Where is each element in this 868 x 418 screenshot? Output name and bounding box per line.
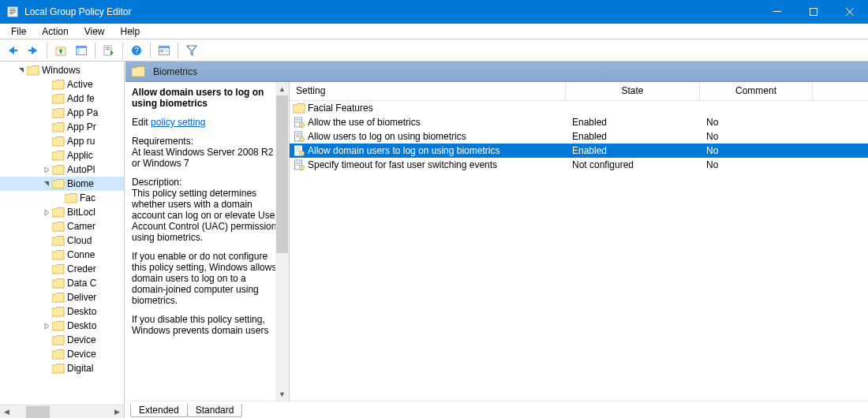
tree-item-label: App ru bbox=[67, 136, 95, 147]
tree-item[interactable]: App ru bbox=[0, 134, 124, 148]
folder-icon bbox=[132, 66, 144, 77]
tree-item[interactable]: Applic bbox=[0, 148, 124, 162]
up-button[interactable] bbox=[51, 41, 70, 60]
tree-item-label: Deskto bbox=[67, 320, 96, 331]
svg-rect-3 bbox=[9, 12, 16, 13]
tab-standard[interactable]: Standard bbox=[187, 404, 243, 417]
tree-item-label: Camer bbox=[67, 221, 95, 232]
tree-item[interactable]: Deskto bbox=[0, 319, 124, 333]
list-row[interactable]: Allow users to log on using biometricsEn… bbox=[290, 129, 868, 144]
list-row[interactable]: Facial Features bbox=[290, 101, 868, 115]
list-row[interactable]: Specify timeout for fast user switching … bbox=[290, 158, 868, 172]
tree-item[interactable]: Device bbox=[0, 333, 124, 347]
tree-item[interactable]: AutoPl bbox=[0, 162, 124, 177]
chevron-down-icon[interactable] bbox=[16, 67, 27, 74]
folder-icon bbox=[52, 249, 65, 260]
edit-policy-link[interactable]: policy setting bbox=[151, 117, 205, 128]
app-icon bbox=[6, 6, 19, 18]
chevron-down-icon[interactable] bbox=[41, 181, 52, 188]
tree-item-root[interactable]: Windows bbox=[0, 63, 124, 77]
folder-icon bbox=[52, 363, 65, 374]
tree-item-label: Device bbox=[67, 349, 96, 360]
properties-button[interactable] bbox=[155, 41, 174, 60]
requirements-value: At least Windows Server 2008 R2 or Windo… bbox=[132, 147, 282, 169]
folder-icon bbox=[52, 334, 65, 345]
description-p3: If you disable this policy setting, Wind… bbox=[132, 314, 282, 336]
back-button[interactable] bbox=[3, 41, 22, 60]
tree-item[interactable]: App Pa bbox=[0, 106, 124, 120]
folder-icon bbox=[52, 263, 65, 274]
scroll-up-icon[interactable]: ▲ bbox=[275, 82, 289, 95]
tree-item[interactable]: Cloud bbox=[0, 233, 124, 248]
tree-view[interactable]: Windows ActiveAdd feApp PaApp PrApp ruAp… bbox=[0, 62, 124, 405]
tree-item[interactable]: Device bbox=[0, 347, 124, 361]
menu-help[interactable]: Help bbox=[114, 25, 147, 38]
svg-rect-32 bbox=[301, 126, 302, 127]
detail-vertical-scrollbar[interactable]: ▲ ▼ bbox=[275, 82, 289, 401]
col-comment[interactable]: Comment bbox=[700, 82, 813, 100]
tree-item[interactable]: Active bbox=[0, 77, 124, 91]
setting-name: Allow domain users to log on using biome… bbox=[308, 145, 499, 156]
folder-title: Biometrics bbox=[153, 66, 197, 77]
menu-file[interactable]: File bbox=[5, 25, 32, 38]
tree-horizontal-scrollbar[interactable]: ◀ ▶ bbox=[0, 405, 124, 418]
titlebar[interactable]: Local Group Policy Editor bbox=[0, 0, 868, 24]
forward-button[interactable] bbox=[24, 41, 43, 60]
folder-icon bbox=[52, 278, 65, 289]
tree-item[interactable]: Deliver bbox=[0, 290, 124, 304]
list-row[interactable]: Allow the use of biometricsEnabledNo bbox=[290, 115, 868, 129]
menu-view[interactable]: View bbox=[78, 25, 111, 38]
tree-item[interactable]: BitLocl bbox=[0, 205, 124, 219]
maximize-button[interactable] bbox=[795, 0, 832, 24]
tree-item-label: Device bbox=[67, 334, 96, 345]
tree-item[interactable]: Camer bbox=[0, 219, 124, 233]
chevron-right-icon[interactable] bbox=[41, 209, 52, 216]
list-row[interactable]: Allow domain users to log on using biome… bbox=[290, 144, 868, 158]
tree-item-label: App Pa bbox=[67, 107, 98, 118]
scroll-left-icon[interactable]: ◀ bbox=[0, 405, 13, 419]
chevron-right-icon[interactable] bbox=[41, 166, 52, 174]
scroll-thumb[interactable] bbox=[26, 406, 50, 418]
policy-icon bbox=[293, 144, 305, 157]
tree-item[interactable]: Conne bbox=[0, 248, 124, 262]
tree-item[interactable]: Deskto bbox=[0, 304, 124, 319]
tree-item[interactable]: Add fe bbox=[0, 91, 124, 106]
setting-name: Allow users to log on using biometrics bbox=[308, 131, 466, 142]
tree-item-label: Data C bbox=[67, 278, 96, 289]
tree-item[interactable]: Data C bbox=[0, 276, 124, 290]
folder-icon bbox=[52, 320, 65, 331]
list-body[interactable]: Facial FeaturesAllow the use of biometri… bbox=[290, 101, 868, 401]
scroll-thumb[interactable] bbox=[276, 95, 288, 253]
tab-extended[interactable]: Extended bbox=[130, 403, 188, 417]
svg-rect-2 bbox=[9, 10, 16, 11]
menu-action[interactable]: Action bbox=[36, 25, 74, 38]
svg-rect-31 bbox=[301, 124, 302, 125]
edit-policy-row: Edit policy setting bbox=[132, 117, 282, 128]
svg-rect-39 bbox=[301, 140, 302, 141]
svg-rect-45 bbox=[301, 152, 302, 154]
folder-icon bbox=[52, 306, 65, 317]
export-list-button[interactable] bbox=[99, 41, 118, 60]
col-setting[interactable]: Setting bbox=[290, 82, 566, 100]
chevron-right-icon[interactable] bbox=[41, 323, 52, 330]
tree-item[interactable]: Creder bbox=[0, 262, 124, 276]
tree-item[interactable]: Biome bbox=[0, 177, 124, 191]
folder-icon bbox=[52, 79, 65, 90]
filter-button[interactable] bbox=[182, 41, 201, 60]
show-hide-tree-button[interactable] bbox=[72, 41, 91, 60]
folder-icon bbox=[65, 192, 77, 203]
tree-item[interactable]: Fac bbox=[0, 191, 124, 205]
svg-rect-53 bbox=[301, 169, 302, 170]
scroll-right-icon[interactable]: ▶ bbox=[110, 405, 124, 419]
setting-comment: No bbox=[706, 131, 868, 142]
detail-title: Allow domain users to log on using biome… bbox=[132, 87, 282, 109]
svg-rect-25 bbox=[164, 50, 168, 52]
col-state[interactable]: State bbox=[566, 82, 700, 100]
minimize-button[interactable] bbox=[759, 0, 795, 24]
tree-item[interactable]: Digital bbox=[0, 361, 124, 375]
svg-rect-46 bbox=[301, 155, 302, 155]
scroll-down-icon[interactable]: ▼ bbox=[275, 387, 289, 401]
tree-item[interactable]: App Pr bbox=[0, 120, 124, 134]
help-button[interactable]: ? bbox=[127, 41, 146, 60]
close-button[interactable] bbox=[832, 0, 868, 24]
